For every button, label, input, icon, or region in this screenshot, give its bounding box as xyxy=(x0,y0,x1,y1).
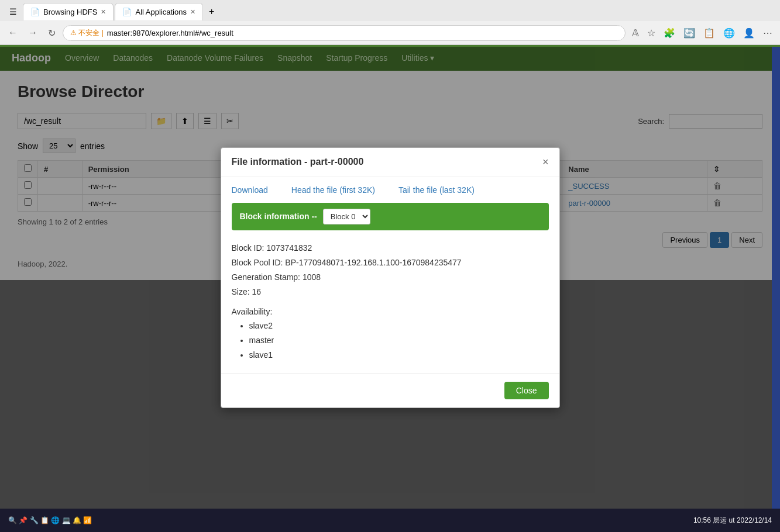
forward-button[interactable]: → xyxy=(25,26,41,39)
url-text: master:9870/explorer.html#/wc_result xyxy=(107,29,233,37)
browser-chrome: ☰ 📄 Browsing HDFS ✕ 📄 All Applications ✕… xyxy=(0,0,780,45)
back-button[interactable]: ← xyxy=(5,26,21,39)
block-info-header: Block information -- Block 0 xyxy=(232,203,549,230)
reload-button[interactable]: ↻ xyxy=(44,26,59,40)
block-id-label: Block ID: xyxy=(232,243,264,253)
generation-stamp-value: 1008 xyxy=(303,272,321,280)
address-bar: ← → ↻ ⚠ 不安全 | master:9870/explorer.html#… xyxy=(0,21,780,44)
more-options-icon[interactable]: ⋯ xyxy=(760,26,775,40)
modal-header: File information - part-r-00000 × xyxy=(221,148,559,177)
block-pool-label: Block Pool ID: xyxy=(232,258,283,267)
edge-icon[interactable]: 🌐 xyxy=(720,26,738,40)
tab-label2: All Applications xyxy=(135,8,186,16)
block-details: Block ID: 1073741832 Block Pool ID: BP-1… xyxy=(232,239,549,280)
tab-close-icon2[interactable]: ✕ xyxy=(190,8,195,16)
read-mode-icon[interactable]: 𝔸 xyxy=(629,26,642,40)
generation-stamp-label: Generation Stamp: xyxy=(232,272,301,280)
tab-browsing-hdfs[interactable]: 📄 Browsing HDFS ✕ xyxy=(23,3,114,20)
tab-all-applications[interactable]: 📄 All Applications ✕ xyxy=(115,3,202,20)
modal-links: Download Head the file (first 32K) Tail … xyxy=(221,177,559,203)
block-pool-value: BP-1770948071-192.168.1.100-167098423547… xyxy=(285,258,461,267)
block-id-value: 1073741832 xyxy=(266,243,312,253)
modal-overlay: File information - part-r-00000 × Downlo… xyxy=(0,47,780,280)
browser-icons: 𝔸 ☆ 🧩 🔄 📋 🌐 👤 ⋯ xyxy=(629,26,775,40)
new-tab-button[interactable]: + xyxy=(204,4,219,19)
profile-icon[interactable]: 👤 xyxy=(740,26,758,40)
block-select[interactable]: Block 0 xyxy=(323,209,370,224)
modal-close-button[interactable]: × xyxy=(542,156,549,168)
tail-file-link[interactable]: Tail the file (last 32K) xyxy=(398,185,475,195)
extensions-icon[interactable]: 🧩 xyxy=(661,26,678,40)
block-pool-row: Block Pool ID: BP-1770948071-192.168.1.1… xyxy=(232,255,549,270)
refresh-security-icon[interactable]: 🔄 xyxy=(681,26,698,40)
block-info-label: Block information -- xyxy=(240,212,317,221)
tab-label: Browsing HDFS xyxy=(43,8,97,16)
tab-close-icon[interactable]: ✕ xyxy=(101,8,106,16)
modal-title: File information - part-r-00000 xyxy=(232,157,364,167)
favorites-icon[interactable]: ☆ xyxy=(644,26,658,40)
sidebar-toggle[interactable]: ☰ xyxy=(5,5,22,19)
tab-icon: 📄 xyxy=(30,8,40,16)
file-info-modal: File information - part-r-00000 × Downlo… xyxy=(221,147,560,280)
url-box[interactable]: ⚠ 不安全 | master:9870/explorer.html#/wc_re… xyxy=(63,25,626,41)
download-link[interactable]: Download xyxy=(232,185,268,195)
security-warning-icon: ⚠ 不安全 | xyxy=(70,28,104,38)
block-id-row: Block ID: 1073741832 xyxy=(232,241,549,255)
modal-body: Block information -- Block 0 Block ID: 1… xyxy=(221,203,559,280)
tab-icon2: 📄 xyxy=(122,8,132,16)
tab-bar: ☰ 📄 Browsing HDFS ✕ 📄 All Applications ✕… xyxy=(0,0,780,21)
head-file-link[interactable]: Head the file (first 32K) xyxy=(291,185,375,195)
collections-icon[interactable]: 📋 xyxy=(700,26,718,40)
generation-stamp-row: Generation Stamp: 1008 xyxy=(232,270,549,280)
